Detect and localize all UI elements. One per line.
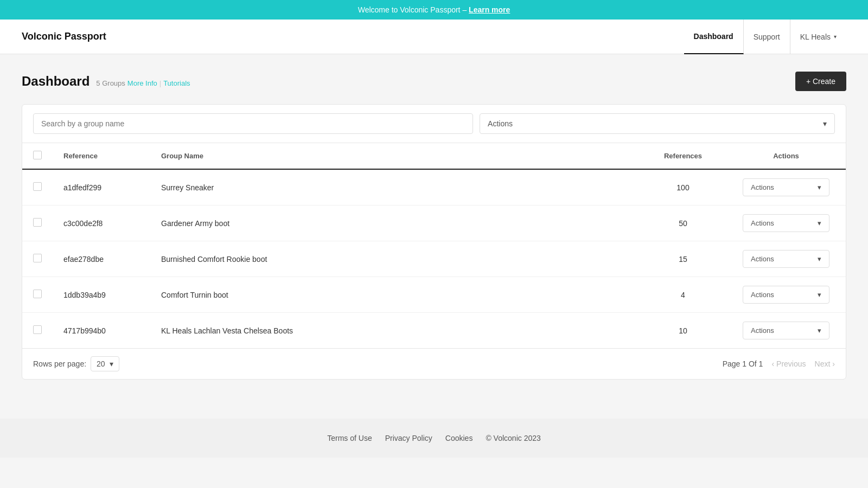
row-group-name-3: Comfort Turnin boot	[150, 277, 640, 313]
row-actions-cell-2: Actions ▾	[726, 241, 846, 277]
toolbar-actions-chevron-icon: ▾	[823, 119, 827, 128]
previous-chevron-icon: ‹	[771, 359, 774, 368]
pagination: Rows per page: 20 ▾ Page 1 Of 1 ‹ Previo…	[22, 348, 846, 379]
row-actions-chevron-icon: ▾	[818, 255, 821, 263]
row-actions-button-3[interactable]: Actions ▾	[743, 286, 829, 304]
row-actions-chevron-icon: ▾	[818, 219, 821, 227]
rows-per-page: Rows per page: 20 ▾	[33, 356, 119, 371]
table-row: 4717b994b0 KL Heals Lachlan Vesta Chelse…	[22, 313, 846, 349]
row-reference-0: a1dfedf299	[53, 169, 150, 206]
meta-divider: |	[159, 79, 161, 87]
groups-count: 5 Groups	[96, 79, 125, 87]
nav-support[interactable]: Support	[744, 20, 790, 54]
user-chevron-down-icon: ▾	[834, 34, 837, 40]
page-nav: Page 1 Of 1 ‹ Previous Next ›	[723, 359, 835, 368]
row-actions-chevron-icon: ▾	[818, 183, 821, 191]
next-chevron-icon: ›	[832, 359, 835, 368]
main-content: Dashboard 5 Groups More Info | Tutorials…	[0, 54, 868, 397]
row-checkbox-3[interactable]	[33, 290, 42, 298]
row-group-name-2: Burnished Comfort Rookie boot	[150, 241, 640, 277]
next-button[interactable]: Next ›	[815, 359, 835, 368]
page-title: Dashboard	[22, 74, 90, 89]
nav-user[interactable]: KL Heals ▾	[790, 20, 846, 54]
dashboard-meta: 5 Groups More Info | Tutorials	[96, 79, 190, 87]
th-reference: Reference	[53, 143, 150, 169]
table-container: Actions ▾ Reference Group Name	[22, 104, 846, 380]
app-logo: Volconic Passport	[22, 31, 106, 42]
footer-terms[interactable]: Terms of Use	[327, 434, 372, 442]
row-checkbox-0[interactable]	[33, 182, 42, 191]
row-actions-button-2[interactable]: Actions ▾	[743, 250, 829, 268]
table-row: c3c00de2f8 Gardener Army boot 50 Actions…	[22, 206, 846, 241]
rows-select-chevron-icon: ▾	[110, 359, 113, 368]
row-actions-chevron-icon: ▾	[818, 291, 821, 299]
row-checkbox-4[interactable]	[33, 325, 42, 334]
th-references: References	[640, 143, 726, 169]
table-header: Reference Group Name References Actions	[22, 143, 846, 169]
row-group-name-4: KL Heals Lachlan Vesta Chelsea Boots	[150, 313, 640, 349]
row-checkbox-2[interactable]	[33, 254, 42, 262]
row-actions-cell-1: Actions ▾	[726, 206, 846, 241]
banner-text: Welcome to Volconic Passport –	[358, 5, 467, 14]
row-actions-chevron-icon: ▾	[818, 326, 821, 335]
data-table: Reference Group Name References Actions	[22, 143, 846, 348]
create-button[interactable]: + Create	[795, 72, 846, 91]
rows-per-page-value: 20	[97, 359, 105, 368]
header: Volconic Passport Dashboard Support KL H…	[0, 20, 868, 54]
row-references-3: 4	[640, 277, 726, 313]
row-actions-cell-3: Actions ▾	[726, 277, 846, 313]
toolbar-actions-label: Actions	[488, 119, 513, 128]
footer-links: Terms of Use Privacy Policy Cookies © Vo…	[9, 434, 859, 442]
th-actions: Actions	[726, 143, 846, 169]
top-banner: Welcome to Volconic Passport – Learn mor…	[0, 0, 868, 20]
row-references-2: 15	[640, 241, 726, 277]
select-all-checkbox[interactable]	[33, 151, 42, 159]
row-group-name-1: Gardener Army boot	[150, 206, 640, 241]
row-checkbox-1[interactable]	[33, 218, 42, 227]
row-reference-2: efae278dbe	[53, 241, 150, 277]
table-row: 1ddb39a4b9 Comfort Turnin boot 4 Actions…	[22, 277, 846, 313]
row-reference-1: c3c00de2f8	[53, 206, 150, 241]
footer-privacy[interactable]: Privacy Policy	[385, 434, 432, 442]
row-actions-button-4[interactable]: Actions ▾	[743, 322, 829, 339]
row-group-name-0: Surrey Sneaker	[150, 169, 640, 206]
rows-per-page-label: Rows per page:	[33, 359, 86, 368]
row-reference-4: 4717b994b0	[53, 313, 150, 349]
row-actions-cell-0: Actions ▾	[726, 169, 846, 206]
table-body: a1dfedf299 Surrey Sneaker 100 Actions ▾ …	[22, 169, 846, 348]
row-reference-3: 1ddb39a4b9	[53, 277, 150, 313]
row-references-4: 10	[640, 313, 726, 349]
row-references-1: 50	[640, 206, 726, 241]
toolbar: Actions ▾	[22, 105, 846, 143]
th-check	[22, 143, 53, 169]
page-info: Page 1 Of 1	[723, 359, 763, 368]
nav-dashboard[interactable]: Dashboard	[684, 20, 744, 54]
banner-learn-more[interactable]: Learn more	[469, 5, 510, 14]
row-references-0: 100	[640, 169, 726, 206]
more-info-link[interactable]: More Info	[127, 79, 157, 87]
rows-per-page-select[interactable]: 20 ▾	[91, 356, 119, 371]
toolbar-actions-dropdown[interactable]: Actions ▾	[480, 113, 835, 134]
footer: Terms of Use Privacy Policy Cookies © Vo…	[0, 419, 868, 458]
row-actions-button-1[interactable]: Actions ▾	[743, 214, 829, 232]
row-actions-cell-4: Actions ▾	[726, 313, 846, 349]
table-row: a1dfedf299 Surrey Sneaker 100 Actions ▾	[22, 169, 846, 206]
footer-copyright: © Volconic 2023	[486, 434, 540, 442]
header-nav: Dashboard Support KL Heals ▾	[684, 20, 846, 54]
footer-cookies[interactable]: Cookies	[445, 434, 473, 442]
dashboard-header: Dashboard 5 Groups More Info | Tutorials…	[22, 72, 846, 91]
tutorials-link[interactable]: Tutorials	[163, 79, 190, 87]
search-input[interactable]	[33, 113, 473, 134]
th-group-name: Group Name	[150, 143, 640, 169]
table-row: efae278dbe Burnished Comfort Rookie boot…	[22, 241, 846, 277]
row-actions-button-0[interactable]: Actions ▾	[743, 178, 829, 196]
previous-button[interactable]: ‹ Previous	[771, 359, 806, 368]
